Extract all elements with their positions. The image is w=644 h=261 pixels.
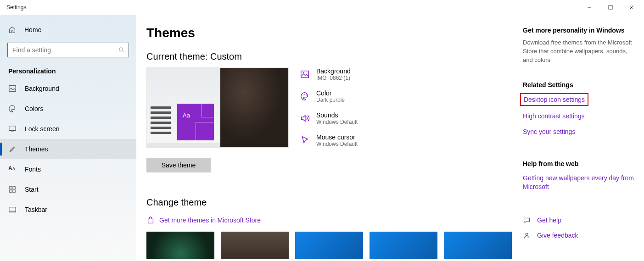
setting-value: Windows Default <box>316 141 358 147</box>
get-help-row[interactable]: Get help <box>523 217 637 224</box>
close-button[interactable] <box>621 0 642 15</box>
palette-icon <box>300 91 310 101</box>
sidebar-item-start[interactable]: Start <box>0 179 136 200</box>
svg-rect-11 <box>10 190 12 192</box>
store-link[interactable]: Get more themes in Microsoft Store <box>146 216 523 224</box>
setting-value: Windows Default <box>316 119 358 125</box>
minimize-button[interactable] <box>579 0 600 15</box>
svg-rect-1 <box>609 6 612 9</box>
maximize-button[interactable] <box>600 0 621 15</box>
highlighted-annotation: Desktop icon settings <box>520 93 588 106</box>
svg-rect-7 <box>9 126 16 131</box>
get-help-link[interactable]: Get help <box>537 217 561 224</box>
svg-point-18 <box>304 94 305 95</box>
svg-rect-6 <box>9 86 16 92</box>
setting-label: Color <box>316 89 345 97</box>
sidebar-item-label: Taskbar <box>25 206 47 213</box>
sidebar-item-label: Fonts <box>25 166 41 173</box>
svg-rect-14 <box>9 211 16 212</box>
sidebar-item-label: Themes <box>25 145 48 153</box>
sidebar-item-lock-screen[interactable]: Lock screen <box>0 119 136 139</box>
svg-rect-12 <box>13 190 15 192</box>
theme-thumbnail[interactable] <box>444 232 512 259</box>
setting-label: Sounds <box>316 111 358 119</box>
change-theme-heading: Change theme <box>146 197 523 208</box>
brush-icon <box>8 145 17 153</box>
sidebar-item-background[interactable]: Background <box>0 78 136 99</box>
sidebar-item-label: Lock screen <box>25 125 59 133</box>
theme-thumbnail[interactable] <box>370 232 437 259</box>
start-icon <box>8 185 17 194</box>
background-setting[interactable]: BackgroundIMG_0862 (1) <box>300 67 358 81</box>
person-icon <box>523 232 531 239</box>
home-icon <box>8 26 16 33</box>
sidebar-item-colors[interactable]: Colors <box>0 99 136 119</box>
promo-description: Download free themes from the Microsoft … <box>523 39 637 65</box>
svg-line-5 <box>122 50 124 52</box>
search-icon <box>118 47 125 53</box>
monitor-icon <box>8 125 17 133</box>
sidebar-item-label: Start <box>25 186 39 193</box>
svg-point-17 <box>302 94 303 95</box>
speaker-icon <box>300 113 310 123</box>
save-theme-button[interactable]: Save theme <box>146 158 211 172</box>
give-feedback-row[interactable]: Give feedback <box>523 232 637 239</box>
desktop-icon-settings-link[interactable]: Desktop icon settings <box>524 96 585 103</box>
image-icon <box>8 84 17 93</box>
main-content: Themes Current theme: Custom Aa Backgrou… <box>146 15 523 261</box>
svg-rect-15 <box>301 71 309 78</box>
search-input[interactable] <box>8 43 129 57</box>
page-title: Themes <box>146 26 523 40</box>
theme-thumbnail[interactable] <box>146 232 214 259</box>
title-bar: Settings <box>0 0 644 15</box>
theme-thumbnails <box>146 232 523 259</box>
sidebar-item-taskbar[interactable]: Taskbar <box>0 200 136 220</box>
svg-point-20 <box>526 233 528 235</box>
sidebar-item-label: Colors <box>25 105 43 112</box>
promo-title: Get more personality in Windows <box>523 27 637 34</box>
sync-settings-link[interactable]: Sync your settings <box>523 128 637 135</box>
palette-icon <box>8 105 17 113</box>
sidebar-item-fonts[interactable]: AA Fonts <box>0 159 136 179</box>
setting-value: IMG_0862 (1) <box>316 75 351 81</box>
sidebar-item-label: Background <box>25 85 59 92</box>
color-setting[interactable]: ColorDark purple <box>300 89 358 103</box>
help-heading: Help from the web <box>523 160 637 167</box>
cursor-setting[interactable]: Mouse cursorWindows Default <box>300 133 358 147</box>
sidebar: Home Personalization Background Colors L… <box>0 15 136 261</box>
home-label: Home <box>24 26 41 33</box>
cursor-icon <box>300 135 310 145</box>
home-nav[interactable]: Home <box>0 21 136 38</box>
setting-value: Dark purple <box>316 97 345 103</box>
window-controls <box>579 0 642 15</box>
theme-thumbnail[interactable] <box>221 232 289 259</box>
svg-rect-9 <box>10 187 12 189</box>
store-link-label: Get more themes in Microsoft Store <box>159 217 261 224</box>
store-icon <box>146 216 155 224</box>
window-title: Settings <box>6 4 26 11</box>
related-settings-heading: Related Settings <box>523 81 637 89</box>
theme-preview: Aa <box>146 67 289 148</box>
theme-thumbnail[interactable] <box>295 232 363 259</box>
svg-rect-10 <box>13 187 15 189</box>
help-wallpapers-link[interactable]: Getting new wallpapers every day from Mi… <box>523 174 637 192</box>
setting-label: Background <box>316 67 351 75</box>
taskbar-icon <box>8 205 17 214</box>
image-icon <box>300 69 310 79</box>
svg-point-16 <box>303 72 304 73</box>
sounds-setting[interactable]: SoundsWindows Default <box>300 111 358 125</box>
sidebar-item-themes[interactable]: Themes <box>0 139 136 159</box>
svg-point-19 <box>306 94 307 95</box>
svg-point-4 <box>119 48 123 51</box>
setting-label: Mouse cursor <box>316 133 358 141</box>
give-feedback-link[interactable]: Give feedback <box>537 232 578 239</box>
high-contrast-settings-link[interactable]: High contrast settings <box>523 112 637 120</box>
category-heading: Personalization <box>0 59 136 78</box>
current-theme-heading: Current theme: Custom <box>146 51 523 62</box>
fonts-icon: AA <box>8 165 17 173</box>
right-panel: Get more personality in Windows Download… <box>523 15 642 261</box>
search-box[interactable] <box>7 43 129 57</box>
chat-icon <box>523 217 531 224</box>
